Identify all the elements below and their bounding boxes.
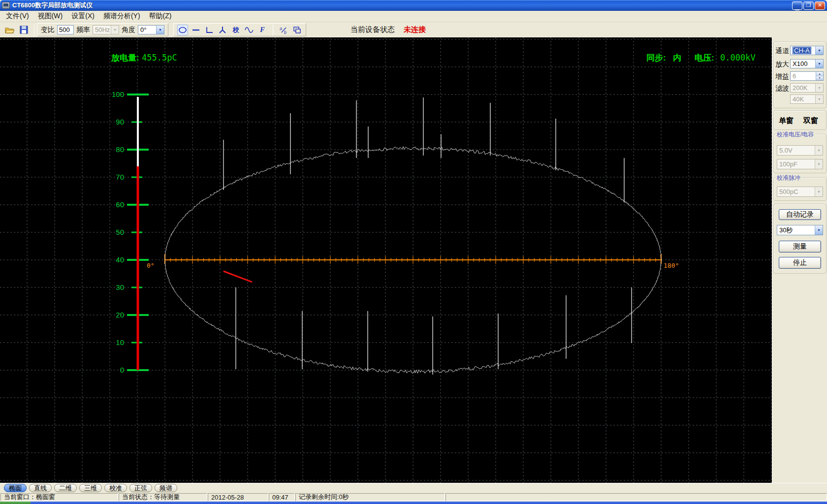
- overlapping-windows-icon: [292, 26, 301, 34]
- amplify-select[interactable]: X100▼: [790, 59, 824, 68]
- voltage-value: 0.000kV: [720, 53, 756, 63]
- angle-select[interactable]: 0°▼: [138, 25, 164, 34]
- meter-scale-label: 40: [116, 255, 124, 264]
- double-window-button[interactable]: 双窗: [803, 116, 818, 126]
- meter-scale-label: 60: [116, 200, 124, 209]
- channel-label: 通道: [775, 47, 790, 56]
- ratio-label: 变比: [41, 26, 55, 34]
- auto-record-button[interactable]: 自动记录: [779, 209, 821, 220]
- status-spacer: [445, 493, 827, 501]
- channel-select[interactable]: CH-A▼: [790, 46, 824, 55]
- title-bar: CT6800数字局部放电测试仪 ▁ ❐ ✕: [0, 0, 827, 11]
- sync-value: 内: [673, 52, 681, 63]
- device-status-label: 当前设备状态: [350, 25, 395, 34]
- menu-spectrum-analysis[interactable]: 频谱分析(Y): [100, 11, 146, 22]
- menu-settings[interactable]: 设置(X): [68, 11, 100, 22]
- menu-help[interactable]: 帮助(Z): [146, 11, 178, 22]
- chevron-down-icon: ▼: [815, 187, 823, 196]
- cal-pulse-select: 500pC▼: [777, 187, 823, 197]
- angle-label: 角度: [122, 26, 135, 34]
- save-button[interactable]: [18, 24, 30, 36]
- meter-scale-label: 100: [112, 90, 124, 98]
- single-window-button[interactable]: 单窗: [779, 116, 794, 126]
- taskbar-edge: [0, 502, 827, 504]
- tab-3d[interactable]: 三维: [79, 484, 102, 492]
- maximize-button[interactable]: ❐: [803, 1, 814, 10]
- measure-settings-group: 变比 频率 50Hz▼ 角度 0°▼: [37, 23, 168, 36]
- chevron-down-icon: ▼: [815, 159, 823, 169]
- ratio-input[interactable]: [57, 25, 74, 34]
- discharge-label: 放电量:: [111, 52, 139, 63]
- windows-layout-button[interactable]: [291, 25, 302, 35]
- scope-display: 1009080706050403020100 放电量: 455.5pC 同步: …: [0, 37, 772, 483]
- sync-label: 同步:: [646, 52, 666, 63]
- spin-up-icon[interactable]: ▲: [816, 72, 823, 76]
- window-title: CT6800数字局部放电测试仪: [12, 1, 93, 10]
- ab-fraction-icon: a b: [279, 26, 288, 34]
- stop-button[interactable]: 停止: [779, 257, 821, 269]
- cal-capacitance-select: 100pF▼: [777, 159, 823, 169]
- meter-scale-label: 10: [116, 338, 124, 346]
- meter-scale-label: 20: [116, 311, 124, 319]
- chevron-down-icon: ▼: [815, 225, 823, 235]
- amplify-label: 放大: [775, 60, 790, 69]
- voltage-label: 电压:: [695, 52, 714, 63]
- axes-view-button[interactable]: [204, 25, 215, 35]
- status-bar: 当前窗口：椭圆窗 当前状态：等待测量 2012-05-28 09:47 记录剩余…: [0, 493, 827, 502]
- meter-scale-label: 30: [116, 283, 124, 291]
- frequency-label: 频率: [76, 26, 90, 34]
- chevron-down-icon: ▼: [815, 84, 823, 92]
- close-button[interactable]: ✕: [815, 1, 825, 10]
- ab-ratio-button[interactable]: a b: [278, 25, 289, 35]
- calibrate-button[interactable]: 校: [230, 25, 241, 35]
- meter-scale-label: 70: [116, 173, 124, 181]
- menu-view[interactable]: 视图(W): [35, 11, 69, 22]
- status-time: 09:47: [269, 493, 295, 501]
- cal-voltage-select: 5.0V▼: [777, 145, 823, 156]
- floppy-disk-icon: [20, 26, 28, 34]
- line-view-button[interactable]: [191, 25, 201, 35]
- filter-label: 滤波: [775, 84, 790, 93]
- chevron-down-icon: ▼: [156, 26, 164, 34]
- tab-sine[interactable]: 正弦: [129, 484, 152, 492]
- menu-bar: 文件(V) 视图(W) 设置(X) 频谱分析(Y) 帮助(Z): [0, 11, 827, 22]
- 3d-axes-icon: [218, 26, 227, 34]
- control-panel: 通道 CH-A▼ 放大 X100▼ 增益 6 ▲▼ 滤波 200K▼ 40K▼ …: [772, 37, 827, 483]
- record-interval-select[interactable]: 30秒▼: [777, 225, 823, 235]
- tab-ellipse[interactable]: 椭圆: [4, 484, 27, 492]
- tab-spectrum[interactable]: 频谱: [155, 484, 177, 492]
- menu-file[interactable]: 文件(V): [3, 11, 35, 22]
- calibrate-icon: 校: [233, 26, 239, 34]
- frequency-icon: F: [260, 26, 264, 34]
- view-icons-group: 校 F a b: [173, 23, 306, 36]
- meter-bar-white: [137, 97, 139, 166]
- gain-label: 增益: [775, 72, 790, 81]
- toolbar-separator: [34, 25, 34, 35]
- view-tabs: 椭圆 直线 二维 三维 校准 正弦 频谱: [0, 483, 827, 493]
- filter-low-select: 40K▼: [790, 94, 824, 104]
- discharge-value: 455.5pC: [142, 53, 177, 63]
- status-date: 2012-05-28: [208, 493, 268, 501]
- chevron-down-icon: ▼: [815, 60, 823, 68]
- spin-down-icon[interactable]: ▼: [816, 76, 823, 81]
- sine-view-button[interactable]: [244, 25, 254, 35]
- svg-text:b: b: [284, 30, 286, 34]
- three-d-view-button[interactable]: [217, 25, 228, 35]
- tab-line[interactable]: 直线: [29, 484, 52, 492]
- tab-calibrate[interactable]: 校准: [104, 484, 127, 492]
- open-button[interactable]: [4, 24, 16, 36]
- spectrum-f-button[interactable]: F: [257, 25, 268, 35]
- sine-wave-icon: [244, 26, 254, 34]
- meter-scale-label: 50: [116, 228, 124, 236]
- chevron-down-icon: ▼: [815, 146, 823, 155]
- tab-2d[interactable]: 二维: [54, 484, 77, 492]
- minimize-button[interactable]: ▁: [792, 1, 802, 10]
- device-status-value: 未连接: [404, 25, 426, 34]
- status-record-remaining: 记录剩余时间:0秒: [295, 493, 445, 501]
- main-area: 1009080706050403020100 放电量: 455.5pC 同步: …: [0, 37, 827, 483]
- ellipse-view-button[interactable]: [177, 25, 188, 35]
- gain-spinner[interactable]: 6 ▲▼: [790, 71, 824, 81]
- measure-button[interactable]: 测量: [779, 241, 821, 252]
- meter-scale-label: 80: [116, 145, 124, 154]
- corner-axes-icon: [205, 26, 214, 34]
